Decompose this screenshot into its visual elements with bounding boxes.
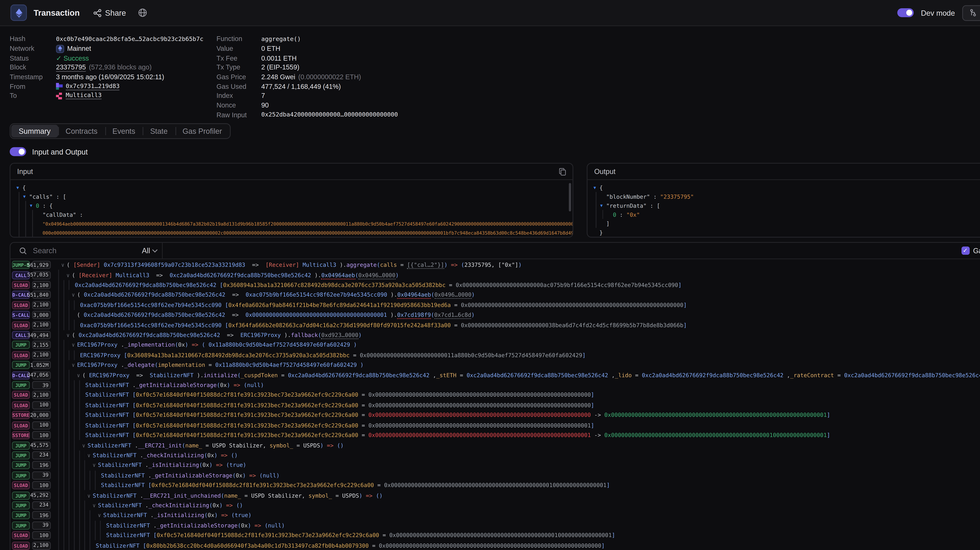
trace-row[interactable]: CALL349,494∨( 0xc2a0ad4bd62676692f9dca88… [10,330,980,340]
expand-triangle-icon[interactable]: ▼ [23,194,29,199]
trace-row[interactable]: D-CALL347,056∨( ERC1967Proxy => Stabiliz… [10,370,980,380]
collapse-chevron-icon[interactable]: ∨ [88,493,91,499]
collapse-chevron-icon[interactable]: ∨ [72,362,75,368]
trace-row[interactable]: SLOAD100StabilizerNFT [0xf0c57e16840df04… [10,400,980,410]
collapse-chevron-icon[interactable]: ∨ [88,453,91,459]
opcode-badge: S-CALL [12,311,30,319]
globe-button[interactable] [138,8,147,17]
detail-value: ✓ Success [56,54,89,62]
trace-row[interactable]: JUMP2,155∨ERC1967Proxy ._implementation(… [10,340,980,350]
trace-row[interactable]: JUMP45,292∨StabilizerNFT .__ERC721_init_… [10,490,980,501]
trace-row[interactable]: JUMP-D561,929∨( [Sender] 0x7c97313f34960… [10,260,980,270]
opcode-badge: SLOAD [12,351,30,359]
detail-row-raw-input: Raw Input0x252dba42000000000000…00000000… [216,110,635,120]
detail-value: 2 (EIP-1559) [261,64,299,71]
collapse-chevron-icon[interactable]: ∨ [67,332,70,338]
tab-events[interactable]: Events [105,125,143,137]
gas-value: 2,100 [32,541,51,550]
collapse-chevron-icon[interactable]: ∨ [77,373,80,378]
expand-triangle-icon[interactable]: ▼ [16,185,22,190]
gas-value: 557,035 [32,271,51,279]
trace-row[interactable]: D-CALL551,840∨( 0xc2a0ad4bd62676692f9dca… [10,290,980,300]
trace-row[interactable]: JUMP1.052M∨ERC1967Proxy ._delegate(imple… [10,360,980,370]
collapse-chevron-icon[interactable]: ∨ [98,513,101,519]
opcode-badge: SLOAD [12,321,30,329]
trace-row[interactable]: SLOAD100StabilizerNFT [0xf0c57e16840df04… [10,420,980,430]
trace-row[interactable]: JUMP39StabilizerNFT ._getInitializableSt… [10,470,980,480]
trace-row[interactable]: SLOAD2,100ERC1967Proxy [0x360894a13ba1a3… [10,350,980,360]
json-line: ▼"returnData" : [ [593,201,980,210]
trace-row[interactable]: JUMP196∨StabilizerNFT ._isInitializing(0… [10,460,980,470]
trace-row[interactable]: JUMP234∨StabilizerNFT ._checkInitializin… [10,450,980,460]
json-line: ] [593,219,980,228]
io-toggle-row: Input and Output [10,147,88,156]
collapse-chevron-icon[interactable]: ∨ [82,443,85,449]
tab-contracts[interactable]: Contracts [58,125,105,137]
trace-row[interactable]: SLOAD100StabilizerNFT [0xf0c57e16840df04… [10,480,980,490]
vnet-icon [970,9,977,16]
opcode-badge: SSTORE [12,411,30,419]
trace-row[interactable]: SLOAD2,100StabilizerNFT [0x80bb2b638cc20… [10,540,980,550]
gas-value: 551,840 [32,291,51,299]
opcode-badge: SLOAD [12,301,30,309]
trace-row[interactable]: JUMP45,575∨StabilizerNFT .__ERC721_init(… [10,440,980,450]
tab-state[interactable]: State [143,125,175,137]
collapse-chevron-icon[interactable]: ∨ [92,503,95,509]
tab-gas-profiler[interactable]: Gas Profiler [175,125,229,137]
gas-value: 45,292 [32,491,51,499]
chevron-down-icon [152,247,158,253]
trace-row[interactable]: JUMP39StabilizerNFT ._getInitializableSt… [10,520,980,530]
to-address-link[interactable]: Multicall3 [66,92,102,100]
input-output-toggle[interactable] [10,147,26,156]
run-on-vnet-button[interactable]: Run on VNet [963,5,980,21]
tab-summary[interactable]: Summary [11,125,58,137]
detail-value: 0x7c9731…219d83 [56,83,120,90]
copy-icon[interactable] [559,165,566,178]
trace-row[interactable]: JUMP196∨StabilizerNFT ._isInitializing(0… [10,510,980,520]
gas-value: 3,000 [32,311,51,319]
input-json-tree: ▼{▼"calls" : [▼0 : {"callData" :"0x04964… [10,180,573,238]
json-line: } [593,228,980,237]
collapse-chevron-icon[interactable]: ∨ [72,292,75,298]
detail-label: Gas Price [216,73,261,81]
detail-value: 0x252dba42000000000000…000000000000000 [261,112,398,118]
trace-row[interactable]: SLOAD100StabilizerNFT [0xf0c57e16840df04… [10,530,980,540]
globe-icon [138,8,147,17]
trace-row[interactable]: SLOAD2,100StabilizerNFT [0xf0c57e16840df… [10,390,980,400]
trace-row[interactable]: SLOAD2,1000xac075b9bf166e5154cc98f62ee7b… [10,320,980,330]
details-right-column: Functionaggregate()Value0 ETHTx Fee0.001… [216,34,635,120]
trace-row[interactable]: S-CALL3,000( 0xc2a0ad4bd62676692f9dca88b… [10,310,980,320]
trace-row[interactable]: JUMP39StabilizerNFT ._getInitializableSt… [10,380,980,390]
detail-label: Status [10,54,56,62]
detail-row-network: NetworkMainnet [10,44,211,53]
ethereum-logo-icon [10,5,27,21]
collapse-chevron-icon[interactable]: ∨ [61,263,64,268]
search-input[interactable]: Search [33,247,57,255]
gas-value: 2,100 [32,391,51,399]
search-scope-dropdown[interactable]: All [142,247,157,255]
trace-row[interactable]: SSTORE100StabilizerNFT [0xf0c57e16840df0… [10,430,980,440]
share-button[interactable]: Share [93,8,126,17]
gas-value: 2,155 [32,341,51,349]
expand-triangle-icon[interactable]: ▼ [593,185,599,190]
trace-row[interactable]: SLOAD2,1000xac075b9bf166e5154cc98f62ee7b… [10,300,980,310]
trace-row[interactable]: CALL557,035∨( [Receiver] Multicall3 => 0… [10,270,980,280]
from-address-link[interactable]: 0x7c9731…219d83 [66,83,119,90]
collapse-chevron-icon[interactable]: ∨ [72,343,75,348]
collapse-chevron-icon[interactable]: ∨ [67,273,70,278]
opcode-badge: SSTORE [12,431,30,439]
expand-triangle-icon[interactable]: ▼ [600,203,606,208]
block-link[interactable]: 23375795 [56,63,86,72]
trace-row[interactable]: SSTORE20,000StabilizerNFT [0xf0c57e16840… [10,410,980,420]
detail-label: Tx Type [216,64,261,71]
dev-mode-toggle[interactable] [897,8,913,17]
checkbox-label: Gas [973,247,980,255]
expand-triangle-icon[interactable]: ▼ [30,203,36,208]
filter-checkbox-gas[interactable]: ✓Gas [961,247,980,255]
trace-row[interactable]: SLOAD2,1000xc2a0ad4bd62676692f9dca88b750… [10,280,980,290]
detail-label: Index [216,92,261,100]
detail-value: 2.248 Gwei (0.0000000022 ETH) [261,73,361,81]
input-scrollbar[interactable] [569,183,571,212]
trace-row[interactable]: JUMP234∨StabilizerNFT ._checkInitializin… [10,501,980,510]
collapse-chevron-icon[interactable]: ∨ [92,463,95,469]
